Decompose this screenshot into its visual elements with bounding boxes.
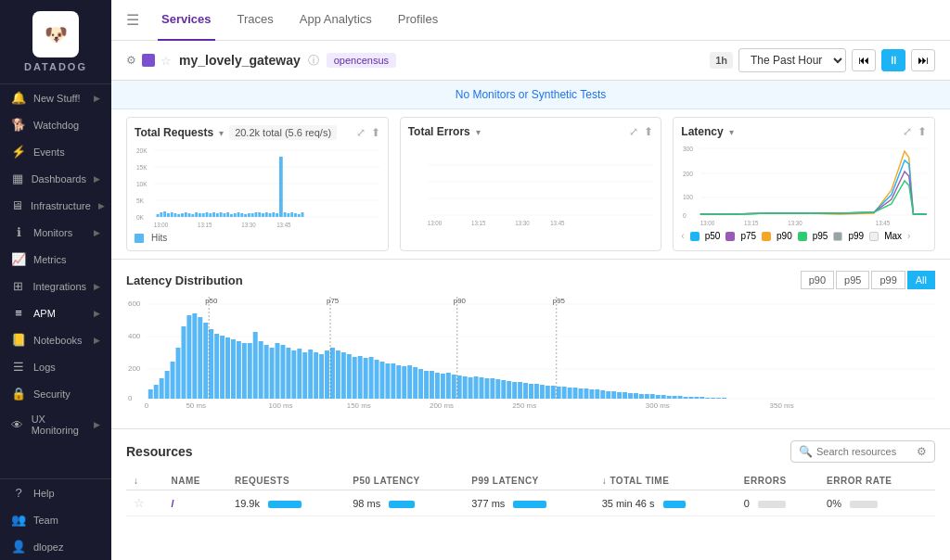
svg-rect-85 — [154, 385, 159, 399]
chevron-icon: ▶ — [94, 420, 100, 429]
svg-rect-20 — [191, 214, 194, 217]
svg-rect-141 — [463, 376, 468, 399]
search-input[interactable] — [816, 446, 909, 457]
tab-app-analytics[interactable]: App Analytics — [296, 0, 376, 41]
export-icon[interactable]: ⬆ — [371, 126, 380, 139]
legend-next[interactable]: › — [907, 231, 910, 241]
expand-icon[interactable]: ⤢ — [629, 125, 638, 138]
svg-rect-32 — [234, 213, 237, 217]
sidebar-item-logs[interactable]: ☰ Logs — [0, 353, 111, 380]
resources-gear-icon[interactable]: ⚙ — [917, 445, 927, 458]
col-p99-latency[interactable]: P99 LATENCY — [464, 472, 594, 490]
row-star[interactable]: ☆ — [126, 490, 163, 516]
svg-rect-37 — [251, 213, 254, 217]
svg-text:400: 400 — [128, 332, 141, 340]
export-icon[interactable]: ⬆ — [644, 125, 653, 138]
time-next-button[interactable]: ⏭ — [911, 49, 935, 71]
svg-rect-155 — [540, 385, 545, 399]
errors-dropdown[interactable]: ▾ — [476, 127, 481, 137]
time-controls: 1h The Past Hour Past 4 Hours Past 24 Ho… — [710, 48, 935, 72]
notebooks-icon: 📒 — [11, 333, 26, 347]
svg-text:13:15: 13:15 — [744, 220, 759, 226]
col-name[interactable]: NAME — [163, 472, 227, 490]
svg-rect-131 — [407, 365, 412, 399]
menu-icon[interactable]: ☰ — [126, 11, 139, 29]
col-p50-latency[interactable]: P50 LATENCY — [345, 472, 464, 490]
row-name[interactable]: / — [163, 490, 227, 516]
col-errors[interactable]: ERRORS — [737, 472, 819, 490]
svg-text:50 ms: 50 ms — [186, 401, 206, 410]
sidebar-item-infrastructure[interactable]: 🖥 Infrastructure ▶ — [0, 192, 111, 219]
legend-prev[interactable]: ‹ — [681, 231, 684, 241]
svg-rect-90 — [181, 326, 186, 399]
expand-icon[interactable]: ⤢ — [903, 125, 912, 138]
sidebar-item-events[interactable]: ⚡ Events — [0, 138, 111, 165]
svg-rect-159 — [562, 387, 567, 399]
svg-rect-95 — [209, 329, 213, 399]
sidebar-item-notebooks[interactable]: 📒 Notebooks ▶ — [0, 326, 111, 353]
p50-bar — [389, 501, 415, 508]
latency-chart: Latency ▾ ⤢ ⬆ 300 200 100 0 — [673, 117, 935, 251]
expand-icon[interactable]: ⤢ — [356, 126, 366, 139]
dist-p99-button[interactable]: p99 — [871, 271, 905, 289]
col-requests[interactable]: REQUESTS — [227, 472, 345, 490]
svg-rect-126 — [379, 362, 384, 399]
export-icon[interactable]: ⬆ — [918, 125, 927, 138]
distribution-title: Latency Distribution — [126, 274, 243, 287]
sidebar-item-help[interactable]: ? Help — [0, 479, 111, 506]
svg-rect-157 — [551, 386, 556, 399]
svg-rect-93 — [198, 317, 202, 399]
requests-dropdown[interactable]: ▾ — [219, 128, 224, 138]
errors-svg: 13:00 13:15 13:30 13:45 — [408, 144, 654, 227]
svg-rect-47 — [287, 213, 289, 217]
resources-title: Resources — [126, 444, 193, 459]
svg-text:p95: p95 — [553, 297, 566, 305]
svg-rect-14 — [171, 212, 173, 217]
svg-rect-153 — [529, 384, 533, 399]
latency-dropdown[interactable]: ▾ — [729, 127, 734, 137]
user-avatar: 👤 — [11, 540, 26, 554]
time-pause-button[interactable]: ⏸ — [881, 49, 905, 71]
svg-rect-132 — [413, 367, 417, 399]
total-time-bar — [663, 501, 686, 508]
svg-rect-118 — [336, 350, 340, 399]
sidebar-item-newstuff[interactable]: 🔔 New Stuff! ▶ — [0, 84, 111, 111]
settings-icon[interactable]: ⚙ — [126, 54, 136, 67]
resources-search-box[interactable]: 🔍 ⚙ — [790, 440, 935, 463]
sidebar-item-dashboards[interactable]: ▦ Dashboards ▶ — [0, 165, 111, 192]
time-prev-button[interactable]: ⏮ — [852, 49, 876, 71]
dist-all-button[interactable]: All — [907, 271, 935, 289]
star-favorite[interactable]: ☆ — [160, 54, 172, 68]
svg-rect-185 — [705, 398, 710, 399]
time-selector[interactable]: The Past Hour Past 4 Hours Past 24 Hours — [738, 48, 846, 72]
sidebar-item-integrations[interactable]: ⊞ Integrations ▶ — [0, 273, 111, 299]
dist-p90-button[interactable]: p90 — [801, 271, 834, 289]
svg-rect-89 — [176, 348, 181, 399]
sidebar-item-apm[interactable]: ≡ APM ▶ — [0, 299, 111, 326]
sidebar-item-team[interactable]: 👥 Team — [0, 506, 111, 533]
svg-text:13:00: 13:00 — [427, 220, 442, 226]
svg-rect-104 — [259, 341, 263, 399]
sidebar-item-watchdog[interactable]: 🐕 Watchdog — [0, 111, 111, 138]
svg-text:13:15: 13:15 — [198, 222, 212, 228]
tab-services[interactable]: Services — [158, 0, 215, 41]
tab-profiles[interactable]: Profiles — [394, 0, 442, 41]
p50-legend-color — [690, 232, 700, 241]
col-error-rate[interactable]: ERROR RATE — [819, 472, 935, 490]
svg-rect-96 — [214, 334, 219, 399]
service-info-icon[interactable]: ⓘ — [308, 53, 319, 69]
service-color-indicator — [142, 54, 155, 67]
sidebar-item-monitors[interactable]: ℹ Monitors ▶ — [0, 219, 111, 246]
dist-p95-button[interactable]: p95 — [836, 271, 869, 289]
sidebar-item-metrics[interactable]: 📈 Metrics — [0, 246, 111, 273]
svg-rect-122 — [358, 356, 363, 399]
svg-rect-156 — [546, 386, 550, 399]
tab-traces[interactable]: Traces — [234, 0, 277, 41]
col-total-time[interactable]: ↓ TOTAL TIME — [595, 472, 737, 490]
sort-icon[interactable]: ↓ — [126, 472, 163, 490]
sidebar-item-ux-monitoring[interactable]: 👁 UX Monitoring ▶ — [0, 407, 111, 442]
svg-rect-142 — [469, 377, 473, 399]
sidebar-item-security[interactable]: 🔒 Security — [0, 380, 111, 407]
svg-rect-33 — [238, 212, 240, 217]
sidebar-item-user[interactable]: 👤 dlopez — [0, 533, 111, 560]
